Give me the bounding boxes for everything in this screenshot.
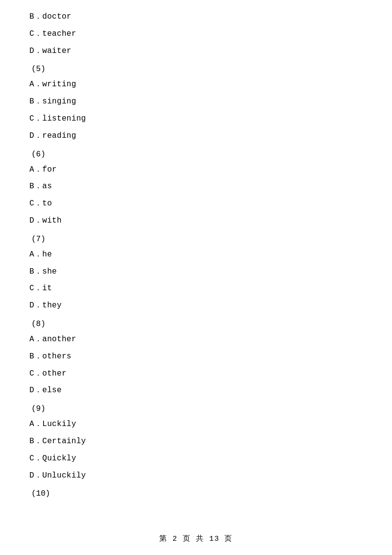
option-label: D．with <box>29 216 62 225</box>
question-7-number: (7) <box>29 235 363 244</box>
option-d-unluckily: D．Unluckily <box>29 469 363 483</box>
option-label: C．to <box>29 199 52 208</box>
option-label: C．it <box>29 284 52 293</box>
option-a-another: A．another <box>29 332 363 347</box>
option-label: D．else <box>29 386 62 395</box>
option-d-reading: D．reading <box>29 129 363 143</box>
option-label: B．doctor <box>29 12 72 21</box>
option-b-others: B．others <box>29 350 363 364</box>
option-b-she: B．she <box>29 265 363 279</box>
option-label: D．Unluckily <box>29 471 86 480</box>
option-b-certainly: B．Certainly <box>29 434 363 449</box>
page-content: B．doctor C．teacher D．waiter (5) A．writin… <box>0 0 392 531</box>
option-label: C．other <box>29 369 67 378</box>
option-label: C．Quickly <box>29 454 76 463</box>
option-d-with: D．with <box>29 214 363 228</box>
page-footer: 第 2 页 共 13 页 <box>0 534 392 543</box>
option-label: D．waiter <box>29 47 72 55</box>
question-10-number: (10) <box>29 489 363 498</box>
question-9-number: (9) <box>29 404 363 413</box>
option-c-teacher: C．teacher <box>29 27 363 41</box>
option-label: A．writing <box>29 80 76 89</box>
option-a-he: A．he <box>29 248 363 262</box>
option-c-listening: C．listening <box>29 112 363 126</box>
option-b-singing: B．singing <box>29 95 363 109</box>
question-6-number: (6) <box>29 150 363 159</box>
option-d-else: D．else <box>29 383 363 398</box>
option-d-they: D．they <box>29 299 363 313</box>
option-label: C．listening <box>29 114 86 123</box>
option-label: A．another <box>29 335 76 344</box>
option-d-waiter: D．waiter <box>29 44 363 58</box>
option-label: D．they <box>29 301 62 310</box>
option-label: B．Certainly <box>29 437 86 446</box>
option-c-to: C．to <box>29 197 363 211</box>
option-label: B．as <box>29 182 52 191</box>
option-c-it: C．it <box>29 281 363 296</box>
option-label: A．Luckily <box>29 420 76 429</box>
option-label: B．she <box>29 267 57 276</box>
option-b-as: B．as <box>29 179 363 194</box>
option-a-writing: A．writing <box>29 77 363 92</box>
question-8-number: (8) <box>29 320 363 328</box>
option-label: A．for <box>29 165 57 174</box>
option-label: B．others <box>29 352 72 361</box>
option-b-doctor: B．doctor <box>29 10 363 24</box>
option-label: C．teacher <box>29 29 76 38</box>
option-c-other: C．other <box>29 367 363 381</box>
question-5-number: (5) <box>29 65 363 74</box>
option-a-for: A．for <box>29 163 363 177</box>
option-label: D．reading <box>29 131 76 140</box>
option-a-luckily: A．Luckily <box>29 417 363 431</box>
option-label: A．he <box>29 250 52 259</box>
option-label: B．singing <box>29 97 76 106</box>
option-c-quickly: C．Quickly <box>29 452 363 466</box>
